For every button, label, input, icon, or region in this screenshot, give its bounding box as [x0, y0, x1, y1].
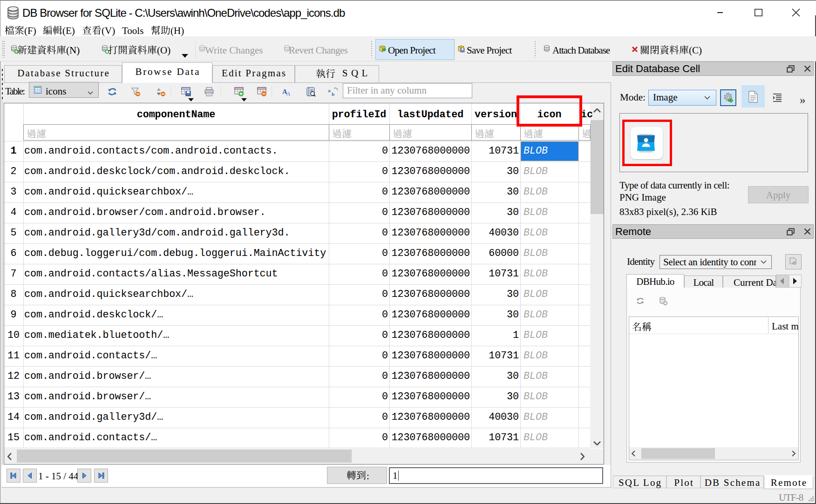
svg-text:A: A — [286, 90, 290, 97]
svg-text:a: a — [328, 87, 331, 93]
svg-text:b: b — [332, 91, 334, 97]
